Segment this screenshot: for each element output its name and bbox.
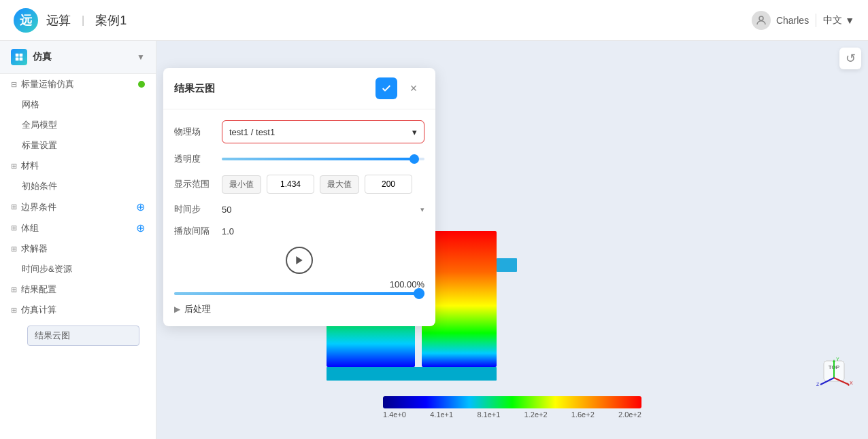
close-button[interactable]: ×	[403, 77, 424, 99]
item-label: 仿真计算	[21, 304, 145, 316]
sidebar-item-initial-conditions[interactable]: 初始条件	[0, 176, 156, 196]
colorbar-label-0: 1.4e+0	[383, 410, 406, 419]
user-info: Charles	[752, 11, 809, 30]
colorbar-label-4: 1.6e+2	[571, 410, 595, 419]
sidebar-item-solver[interactable]: ⊞ 求解器	[0, 239, 156, 259]
sidebar-item-sim-calc[interactable]: ⊞ 仿真计算	[0, 300, 156, 320]
min-value-input[interactable]	[267, 175, 314, 194]
header-divider	[816, 14, 816, 27]
sidebar-item-mesh[interactable]: 网格	[0, 94, 156, 115]
physics-field-row: 物理场 test1 / test1 ▾	[174, 120, 424, 143]
panel-actions: ×	[375, 77, 424, 99]
add-boundary-button[interactable]: ⊕	[136, 200, 145, 213]
item-label: 初始条件	[22, 180, 145, 192]
expand-icon: ⊞	[11, 162, 17, 171]
item-label: 结果云图	[35, 330, 70, 340]
item-label: 边界条件	[21, 201, 136, 213]
post-processing-section[interactable]: ▶ 后处理	[174, 298, 424, 315]
main-layout: 仿真 ▼ ⊟ 标量运输仿真 网格 全局模型 标量设置 ⊞ 材料 初始条件 ⊞ 边…	[0, 41, 868, 439]
svg-marker-12	[296, 256, 302, 264]
item-label: 标量运输仿真	[21, 78, 138, 90]
axis-widget: TOP Y X Z	[814, 351, 854, 391]
sidebar-item-scalar-settings[interactable]: 标量设置	[0, 135, 156, 156]
item-label: 标量设置	[22, 139, 145, 152]
timestep-chevron-icon: ▾	[420, 205, 424, 214]
colorbar-label-3: 1.2e+2	[524, 410, 548, 419]
header-left: 远 远算 | 案例1	[14, 8, 127, 33]
lang-label: 中文	[823, 14, 842, 27]
sidebar-item-scalar-transport[interactable]: ⊟ 标量运输仿真	[0, 74, 156, 94]
refresh-button[interactable]: ↺	[839, 48, 861, 69]
transparency-slider[interactable]	[222, 158, 424, 160]
physics-field-label: 物理场	[174, 126, 222, 138]
item-label: 体组	[21, 222, 136, 234]
sidebar-item-materials[interactable]: ⊞ 材料	[0, 156, 156, 176]
post-arrow-icon: ▶	[174, 304, 180, 314]
timestep-row: 时间步 50 ▾	[174, 203, 424, 215]
sidebar: 仿真 ▼ ⊟ 标量运输仿真 网格 全局模型 标量设置 ⊞ 材料 初始条件 ⊞ 边…	[0, 41, 156, 439]
physics-field-value: test1 / test1	[229, 127, 275, 137]
expand-icon: ⊟	[11, 80, 17, 89]
post-processing-label: 后处理	[184, 303, 211, 315]
playback-interval-value: 1.0	[222, 226, 234, 236]
svg-rect-3	[16, 58, 19, 61]
svg-rect-2	[20, 54, 23, 57]
sidebar-item-result-cloud[interactable]: 结果云图	[0, 320, 156, 351]
item-label: 网格	[22, 99, 145, 111]
min-label-button[interactable]: 最小值	[222, 175, 261, 194]
sidebar-collapse-icon[interactable]: ▼	[137, 52, 145, 62]
display-range-row: 显示范围 最小值 最大值	[174, 175, 424, 194]
app-logo: 远	[14, 8, 38, 33]
result-cloud-panel: 结果云图 × 物理场 test1 / test1 ▾	[163, 68, 435, 326]
lang-chevron-icon: ▼	[845, 15, 854, 26]
panel-title: 结果云图	[174, 82, 215, 95]
sidebar-header: 仿真 ▼	[0, 41, 156, 74]
language-selector[interactable]: 中文 ▼	[823, 14, 854, 27]
confirm-button[interactable]	[375, 77, 397, 99]
colorbar-label-2: 8.1e+1	[477, 410, 500, 419]
slider-thumb[interactable]	[410, 154, 419, 164]
app-name: 远算	[46, 12, 71, 29]
physics-field-select[interactable]: test1 / test1 ▾	[222, 120, 424, 143]
sidebar-item-boundary-conditions[interactable]: ⊞ 边界条件 ⊕	[0, 196, 156, 217]
svg-rect-10	[327, 367, 497, 381]
expand-icon: ⊞	[11, 224, 17, 232]
expand-icon: ⊞	[11, 285, 17, 294]
panel-header: 结果云图 ×	[163, 68, 435, 109]
display-range-label: 显示范围	[174, 178, 222, 190]
range-controls: 最小值 最大值	[222, 175, 424, 194]
item-label: 时间步&资源	[22, 263, 145, 275]
svg-text:Y: Y	[836, 357, 839, 362]
panel-body: 物理场 test1 / test1 ▾ 透明度	[163, 109, 435, 326]
add-body-group-button[interactable]: ⊕	[136, 222, 145, 234]
transparency-label: 透明度	[174, 153, 222, 165]
sidebar-item-body-groups[interactable]: ⊞ 体组 ⊕	[0, 217, 156, 239]
progress-slider[interactable]	[174, 292, 424, 295]
timestep-label: 时间步	[174, 203, 222, 215]
svg-rect-11	[497, 258, 517, 272]
svg-text:Z: Z	[816, 382, 820, 387]
progress-fill	[174, 292, 424, 295]
timestep-dropdown[interactable]: 50 ▾	[222, 205, 424, 215]
viewport-area: 结果云图 × 物理场 test1 / test1 ▾	[156, 41, 868, 439]
max-label-button[interactable]: 最大值	[320, 175, 359, 194]
playback-interval-label: 播放间隔	[174, 225, 222, 237]
max-value-input[interactable]	[365, 175, 412, 194]
item-label: 结果配置	[21, 283, 145, 296]
item-label: 全局模型	[22, 119, 145, 131]
sidebar-item-timestep-resources[interactable]: 时间步&资源	[0, 259, 156, 279]
project-title: 案例1	[95, 12, 127, 29]
svg-point-0	[759, 16, 763, 20]
header-right: Charles 中文 ▼	[752, 11, 854, 30]
colorbar-container: 1.4e+0 4.1e+1 8.1e+1 1.2e+2 1.6e+2 2.0e+…	[383, 396, 641, 419]
sidebar-item-result-config[interactable]: ⊞ 结果配置	[0, 279, 156, 300]
refresh-icon: ↺	[846, 51, 856, 66]
item-label: 求解器	[21, 243, 145, 255]
sidebar-item-global-model[interactable]: 全局模型	[0, 115, 156, 135]
play-button[interactable]	[286, 247, 313, 274]
progress-thumb[interactable]	[414, 288, 424, 299]
sim-icon	[11, 49, 27, 65]
colorbar-labels: 1.4e+0 4.1e+1 8.1e+1 1.2e+2 1.6e+2 2.0e+…	[383, 410, 641, 419]
avatar	[752, 11, 771, 30]
chevron-down-icon: ▾	[412, 127, 417, 137]
